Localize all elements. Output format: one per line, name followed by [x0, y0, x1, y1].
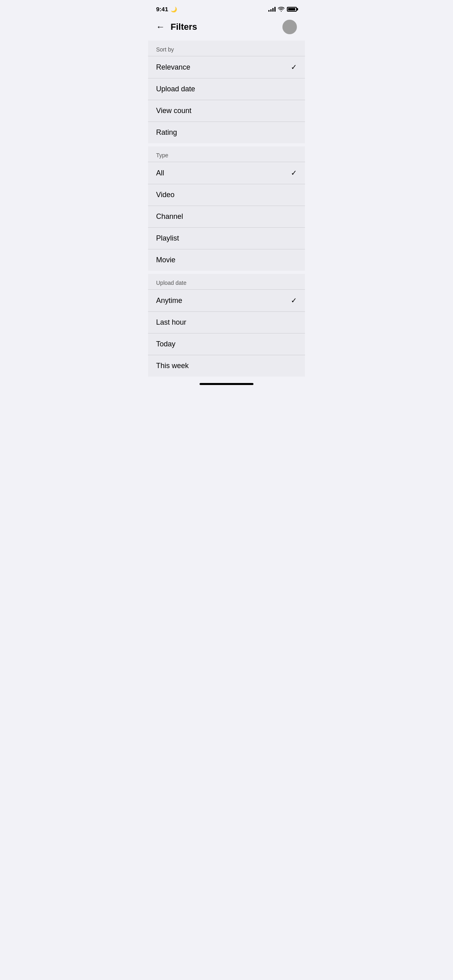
avatar[interactable]: [282, 20, 297, 34]
filter-label-sort-by-3: Rating: [156, 128, 177, 137]
status-time: 9:41 🌙: [156, 6, 177, 12]
moon-icon: 🌙: [171, 6, 177, 12]
filter-label-type-1: Video: [156, 191, 175, 199]
section-header-type: Type: [148, 146, 305, 162]
filter-item-type-4[interactable]: Movie: [148, 249, 305, 271]
status-icons: [268, 7, 297, 12]
home-indicator: [200, 383, 253, 385]
filter-item-upload-date-0[interactable]: Anytime✓: [148, 289, 305, 311]
filter-label-sort-by-0: Relevance: [156, 63, 190, 72]
filter-label-upload-date-2: Today: [156, 340, 175, 348]
back-button[interactable]: ←: [154, 20, 167, 34]
checkmark-icon-type-0: ✓: [291, 169, 297, 177]
filter-label-type-2: Channel: [156, 212, 183, 221]
section-sort-by: Sort byRelevance✓Upload dateView countRa…: [148, 41, 305, 143]
page-header: ← Filters: [148, 16, 305, 41]
filter-item-sort-by-3[interactable]: Rating: [148, 121, 305, 143]
section-header-sort-by: Sort by: [148, 41, 305, 56]
filter-label-upload-date-1: Last hour: [156, 318, 186, 327]
wifi-icon: [278, 7, 284, 12]
filter-label-type-3: Playlist: [156, 234, 179, 243]
filter-label-upload-date-0: Anytime: [156, 296, 182, 305]
header-left: ← Filters: [154, 20, 197, 34]
filter-label-sort-by-1: Upload date: [156, 85, 195, 93]
section-upload-date: Upload dateAnytime✓Last hourTodayThis we…: [148, 274, 305, 377]
filter-item-sort-by-2[interactable]: View count: [148, 100, 305, 121]
filter-item-sort-by-1[interactable]: Upload date: [148, 78, 305, 100]
filter-item-upload-date-2[interactable]: Today: [148, 333, 305, 355]
filter-item-upload-date-1[interactable]: Last hour: [148, 311, 305, 333]
filter-item-type-1[interactable]: Video: [148, 184, 305, 206]
filter-label-type-0: All: [156, 169, 164, 177]
filter-label-type-4: Movie: [156, 256, 175, 264]
status-bar: 9:41 🌙: [148, 0, 305, 16]
checkmark-icon-upload-date-0: ✓: [291, 296, 297, 305]
battery-icon: [287, 7, 297, 12]
section-type: TypeAll✓VideoChannelPlaylistMovie: [148, 146, 305, 271]
checkmark-icon-sort-by-0: ✓: [291, 63, 297, 72]
filters-container: Sort byRelevance✓Upload dateView countRa…: [148, 41, 305, 377]
filter-item-type-2[interactable]: Channel: [148, 206, 305, 227]
filter-item-sort-by-0[interactable]: Relevance✓: [148, 56, 305, 78]
filter-item-type-3[interactable]: Playlist: [148, 227, 305, 249]
filter-label-upload-date-3: This week: [156, 362, 189, 370]
filter-label-sort-by-2: View count: [156, 107, 191, 115]
section-header-upload-date: Upload date: [148, 274, 305, 289]
page-title: Filters: [171, 22, 197, 32]
filter-item-upload-date-3[interactable]: This week: [148, 355, 305, 377]
filter-item-type-0[interactable]: All✓: [148, 162, 305, 184]
signal-icon: [268, 7, 276, 12]
back-arrow-icon: ←: [156, 22, 165, 32]
